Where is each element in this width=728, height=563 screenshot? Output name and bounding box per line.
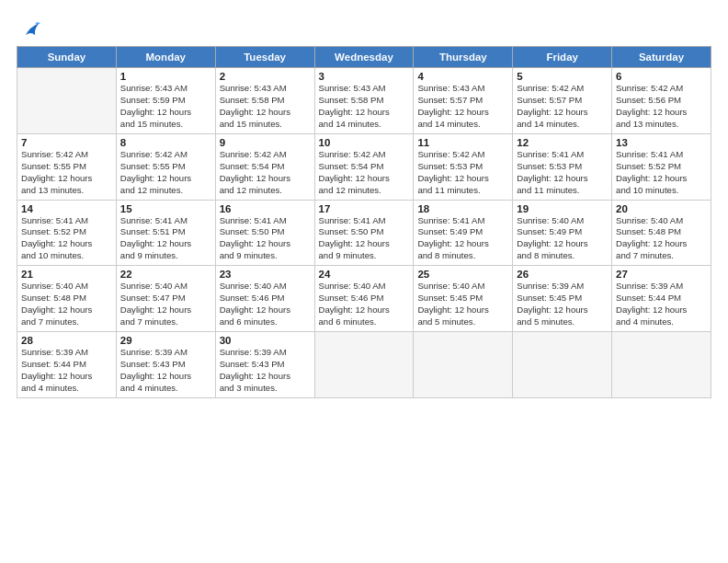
calendar-cell: 9Sunrise: 5:42 AM Sunset: 5:54 PM Daylig…	[215, 133, 314, 200]
day-info: Sunrise: 5:41 AM Sunset: 5:50 PM Dayligh…	[220, 215, 311, 263]
day-number: 30	[220, 335, 311, 346]
calendar-header-monday: Monday	[116, 47, 215, 68]
calendar-cell: 20Sunrise: 5:40 AM Sunset: 5:48 PM Dayli…	[612, 200, 711, 266]
day-number: 22	[120, 269, 211, 280]
day-number: 13	[616, 137, 707, 148]
day-info: Sunrise: 5:42 AM Sunset: 5:56 PM Dayligh…	[616, 83, 707, 131]
calendar-header-wednesday: Wednesday	[314, 47, 414, 68]
calendar-cell	[513, 332, 612, 398]
day-info: Sunrise: 5:40 AM Sunset: 5:45 PM Dayligh…	[417, 281, 508, 328]
day-info: Sunrise: 5:42 AM Sunset: 5:55 PM Dayligh…	[120, 149, 211, 197]
calendar-cell: 18Sunrise: 5:41 AM Sunset: 5:49 PM Dayli…	[414, 200, 513, 266]
calendar-cell: 19Sunrise: 5:40 AM Sunset: 5:49 PM Dayli…	[513, 200, 612, 266]
day-info: Sunrise: 5:39 AM Sunset: 5:44 PM Dayligh…	[21, 347, 112, 395]
day-number: 25	[417, 269, 508, 280]
day-number: 5	[517, 71, 608, 82]
calendar-cell: 13Sunrise: 5:41 AM Sunset: 5:52 PM Dayli…	[612, 133, 711, 200]
day-number: 6	[616, 71, 707, 82]
day-number: 24	[319, 269, 410, 280]
day-number: 11	[417, 137, 508, 148]
calendar-cell: 6Sunrise: 5:42 AM Sunset: 5:56 PM Daylig…	[612, 68, 711, 134]
day-info: Sunrise: 5:42 AM Sunset: 5:54 PM Dayligh…	[220, 149, 311, 197]
calendar-cell: 12Sunrise: 5:41 AM Sunset: 5:53 PM Dayli…	[513, 133, 612, 200]
calendar-cell: 11Sunrise: 5:42 AM Sunset: 5:53 PM Dayli…	[414, 133, 513, 200]
day-number: 16	[220, 203, 311, 214]
day-number: 19	[517, 203, 608, 214]
calendar-cell: 30Sunrise: 5:39 AM Sunset: 5:43 PM Dayli…	[215, 332, 314, 398]
day-info: Sunrise: 5:40 AM Sunset: 5:46 PM Dayligh…	[220, 281, 311, 328]
day-number: 1	[120, 71, 211, 82]
calendar-week-3: 14Sunrise: 5:41 AM Sunset: 5:52 PM Dayli…	[17, 200, 711, 266]
calendar-cell: 14Sunrise: 5:41 AM Sunset: 5:52 PM Dayli…	[17, 200, 117, 266]
calendar-header-row: SundayMondayTuesdayWednesdayThursdayFrid…	[17, 47, 711, 68]
calendar-cell: 23Sunrise: 5:40 AM Sunset: 5:46 PM Dayli…	[215, 266, 314, 332]
calendar-week-4: 21Sunrise: 5:40 AM Sunset: 5:48 PM Dayli…	[17, 266, 711, 332]
page: SundayMondayTuesdayWednesdayThursdayFrid…	[0, 0, 728, 563]
calendar-header-tuesday: Tuesday	[215, 47, 314, 68]
day-number: 8	[120, 137, 211, 148]
logo	[17, 20, 40, 40]
day-number: 27	[616, 269, 707, 280]
day-number: 4	[417, 71, 508, 82]
calendar-cell	[314, 332, 414, 398]
calendar-cell: 7Sunrise: 5:42 AM Sunset: 5:55 PM Daylig…	[17, 133, 117, 200]
day-info: Sunrise: 5:40 AM Sunset: 5:48 PM Dayligh…	[21, 281, 112, 328]
calendar-cell: 27Sunrise: 5:39 AM Sunset: 5:44 PM Dayli…	[612, 266, 711, 332]
calendar-cell: 8Sunrise: 5:42 AM Sunset: 5:55 PM Daylig…	[116, 133, 215, 200]
day-number: 29	[120, 335, 211, 346]
calendar-cell: 16Sunrise: 5:41 AM Sunset: 5:50 PM Dayli…	[215, 200, 314, 266]
calendar-cell: 22Sunrise: 5:40 AM Sunset: 5:47 PM Dayli…	[116, 266, 215, 332]
calendar-cell: 10Sunrise: 5:42 AM Sunset: 5:54 PM Dayli…	[314, 133, 414, 200]
calendar-cell: 29Sunrise: 5:39 AM Sunset: 5:43 PM Dayli…	[116, 332, 215, 398]
calendar-cell: 4Sunrise: 5:43 AM Sunset: 5:57 PM Daylig…	[414, 68, 513, 134]
calendar-header-thursday: Thursday	[414, 47, 513, 68]
calendar-cell: 15Sunrise: 5:41 AM Sunset: 5:51 PM Dayli…	[116, 200, 215, 266]
day-number: 21	[21, 269, 112, 280]
day-info: Sunrise: 5:42 AM Sunset: 5:57 PM Dayligh…	[517, 83, 608, 131]
day-number: 23	[220, 269, 311, 280]
day-number: 14	[21, 203, 112, 214]
calendar-cell: 26Sunrise: 5:39 AM Sunset: 5:45 PM Dayli…	[513, 266, 612, 332]
calendar-week-2: 7Sunrise: 5:42 AM Sunset: 5:55 PM Daylig…	[17, 133, 711, 200]
calendar-cell: 28Sunrise: 5:39 AM Sunset: 5:44 PM Dayli…	[17, 332, 117, 398]
day-info: Sunrise: 5:39 AM Sunset: 5:43 PM Dayligh…	[220, 347, 311, 395]
calendar-cell: 2Sunrise: 5:43 AM Sunset: 5:58 PM Daylig…	[215, 68, 314, 134]
day-number: 18	[417, 203, 508, 214]
header	[17, 17, 711, 40]
calendar: SundayMondayTuesdayWednesdayThursdayFrid…	[17, 46, 711, 398]
day-info: Sunrise: 5:41 AM Sunset: 5:52 PM Dayligh…	[616, 149, 707, 197]
calendar-header-sunday: Sunday	[17, 47, 117, 68]
day-info: Sunrise: 5:41 AM Sunset: 5:50 PM Dayligh…	[319, 215, 410, 263]
day-info: Sunrise: 5:41 AM Sunset: 5:51 PM Dayligh…	[120, 215, 211, 263]
calendar-cell: 5Sunrise: 5:42 AM Sunset: 5:57 PM Daylig…	[513, 68, 612, 134]
day-info: Sunrise: 5:43 AM Sunset: 5:58 PM Dayligh…	[319, 83, 410, 131]
day-info: Sunrise: 5:41 AM Sunset: 5:53 PM Dayligh…	[517, 149, 608, 197]
day-number: 17	[319, 203, 410, 214]
calendar-cell: 25Sunrise: 5:40 AM Sunset: 5:45 PM Dayli…	[414, 266, 513, 332]
day-info: Sunrise: 5:42 AM Sunset: 5:55 PM Dayligh…	[21, 149, 112, 197]
calendar-cell: 3Sunrise: 5:43 AM Sunset: 5:58 PM Daylig…	[314, 68, 414, 134]
day-info: Sunrise: 5:39 AM Sunset: 5:45 PM Dayligh…	[517, 281, 608, 328]
day-info: Sunrise: 5:40 AM Sunset: 5:46 PM Dayligh…	[319, 281, 410, 328]
calendar-cell	[17, 68, 117, 134]
calendar-week-5: 28Sunrise: 5:39 AM Sunset: 5:44 PM Dayli…	[17, 332, 711, 398]
day-info: Sunrise: 5:39 AM Sunset: 5:44 PM Dayligh…	[616, 281, 707, 328]
day-info: Sunrise: 5:42 AM Sunset: 5:54 PM Dayligh…	[319, 149, 410, 197]
day-info: Sunrise: 5:43 AM Sunset: 5:57 PM Dayligh…	[417, 83, 508, 131]
day-number: 10	[319, 137, 410, 148]
day-number: 28	[21, 335, 112, 346]
day-info: Sunrise: 5:43 AM Sunset: 5:59 PM Dayligh…	[120, 83, 211, 131]
calendar-header-saturday: Saturday	[612, 47, 711, 68]
day-number: 12	[517, 137, 608, 148]
day-info: Sunrise: 5:41 AM Sunset: 5:49 PM Dayligh…	[417, 215, 508, 263]
day-number: 20	[616, 203, 707, 214]
day-info: Sunrise: 5:42 AM Sunset: 5:53 PM Dayligh…	[417, 149, 508, 197]
day-number: 26	[517, 269, 608, 280]
day-info: Sunrise: 5:39 AM Sunset: 5:43 PM Dayligh…	[120, 347, 211, 395]
calendar-week-1: 1Sunrise: 5:43 AM Sunset: 5:59 PM Daylig…	[17, 68, 711, 134]
calendar-cell	[612, 332, 711, 398]
day-info: Sunrise: 5:40 AM Sunset: 5:49 PM Dayligh…	[517, 215, 608, 263]
day-number: 3	[319, 71, 410, 82]
calendar-cell	[414, 332, 513, 398]
calendar-cell: 24Sunrise: 5:40 AM Sunset: 5:46 PM Dayli…	[314, 266, 414, 332]
